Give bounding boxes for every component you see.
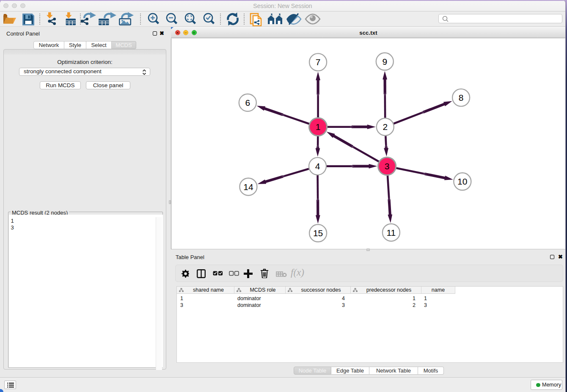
svg-text:1: 1	[316, 122, 321, 132]
svg-text:8: 8	[459, 93, 464, 102]
svg-text:4: 4	[315, 161, 320, 171]
svg-text:9: 9	[382, 57, 387, 66]
svg-text:15: 15	[313, 228, 323, 238]
svg-text:3: 3	[385, 161, 390, 171]
svg-text:14: 14	[243, 182, 253, 192]
svg-text:10: 10	[457, 177, 467, 186]
svg-text:2: 2	[383, 122, 388, 132]
svg-text:7: 7	[316, 57, 321, 67]
svg-text:6: 6	[245, 98, 250, 108]
svg-text:11: 11	[386, 228, 396, 237]
